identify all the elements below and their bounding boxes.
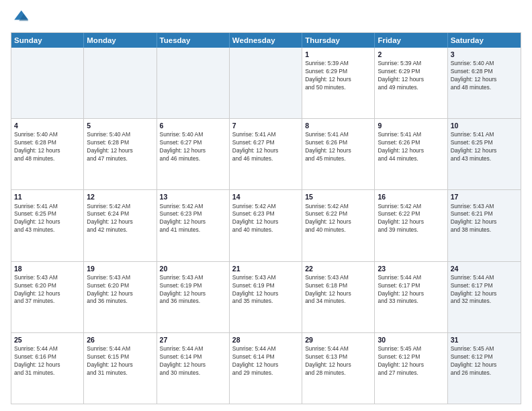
day-number: 28 [232, 335, 299, 345]
calendar-cell-1: 1Sunrise: 5:39 AM Sunset: 6:29 PM Daylig… [302, 48, 375, 118]
page: SundayMondayTuesdayWednesdayThursdayFrid… [0, 0, 532, 411]
calendar-cell-16: 16Sunrise: 5:42 AM Sunset: 6:22 PM Dayli… [375, 190, 447, 261]
day-info: Sunrise: 5:43 AM Sunset: 6:19 PM Dayligh… [160, 274, 226, 306]
day-number: 15 [305, 192, 371, 201]
calendar-cell-2: 2Sunrise: 5:39 AM Sunset: 6:29 PM Daylig… [375, 48, 447, 118]
day-info: Sunrise: 5:40 AM Sunset: 6:28 PM Dayligh… [451, 60, 518, 92]
calendar-cell-3: 3Sunrise: 5:40 AM Sunset: 6:28 PM Daylig… [448, 48, 521, 118]
day-info: Sunrise: 5:44 AM Sunset: 6:14 PM Dayligh… [160, 345, 226, 377]
day-info: Sunrise: 5:43 AM Sunset: 6:20 PM Dayligh… [14, 274, 81, 306]
day-number: 22 [305, 264, 371, 273]
day-number: 9 [378, 121, 444, 130]
day-number: 6 [160, 121, 226, 130]
calendar-cell-31: 31Sunrise: 5:45 AM Sunset: 6:12 PM Dayli… [448, 333, 521, 404]
day-info: Sunrise: 5:40 AM Sunset: 6:28 PM Dayligh… [87, 131, 153, 163]
day-number: 1 [305, 50, 371, 59]
calendar-cell-10: 10Sunrise: 5:41 AM Sunset: 6:25 PM Dayli… [448, 119, 521, 189]
day-number: 2 [378, 50, 444, 59]
day-info: Sunrise: 5:43 AM Sunset: 6:19 PM Dayligh… [232, 274, 299, 306]
calendar-cell-4: 4Sunrise: 5:40 AM Sunset: 6:28 PM Daylig… [11, 119, 84, 189]
day-number: 24 [451, 264, 518, 273]
calendar-row-3: 11Sunrise: 5:41 AM Sunset: 6:25 PM Dayli… [11, 189, 521, 261]
calendar-cell-17: 17Sunrise: 5:43 AM Sunset: 6:21 PM Dayli… [448, 190, 521, 261]
day-number: 23 [378, 264, 444, 273]
calendar-cell-20: 20Sunrise: 5:43 AM Sunset: 6:19 PM Dayli… [157, 262, 230, 332]
calendar-cell-29: 29Sunrise: 5:44 AM Sunset: 6:13 PM Dayli… [302, 333, 375, 404]
day-info: Sunrise: 5:42 AM Sunset: 6:23 PM Dayligh… [160, 203, 226, 235]
day-number: 14 [232, 192, 299, 201]
calendar-cell-28: 28Sunrise: 5:44 AM Sunset: 6:14 PM Dayli… [230, 333, 302, 404]
day-number: 16 [378, 192, 444, 201]
header-day-monday: Monday [84, 33, 157, 48]
calendar-cell-18: 18Sunrise: 5:43 AM Sunset: 6:20 PM Dayli… [11, 262, 84, 332]
day-info: Sunrise: 5:44 AM Sunset: 6:14 PM Dayligh… [232, 345, 299, 377]
calendar-body: 1Sunrise: 5:39 AM Sunset: 6:29 PM Daylig… [11, 48, 521, 404]
day-number: 27 [160, 335, 226, 345]
day-info: Sunrise: 5:41 AM Sunset: 6:27 PM Dayligh… [232, 131, 299, 163]
logo-icon [11, 8, 30, 27]
calendar-cell-23: 23Sunrise: 5:44 AM Sunset: 6:17 PM Dayli… [375, 262, 447, 332]
header-day-friday: Friday [375, 33, 447, 48]
day-number: 21 [232, 264, 299, 273]
day-info: Sunrise: 5:44 AM Sunset: 6:16 PM Dayligh… [14, 345, 81, 377]
day-info: Sunrise: 5:41 AM Sunset: 6:26 PM Dayligh… [378, 131, 444, 163]
day-number: 3 [451, 50, 518, 59]
calendar-row-4: 18Sunrise: 5:43 AM Sunset: 6:20 PM Dayli… [11, 261, 521, 332]
day-info: Sunrise: 5:42 AM Sunset: 6:22 PM Dayligh… [305, 203, 371, 235]
day-info: Sunrise: 5:42 AM Sunset: 6:22 PM Dayligh… [378, 203, 444, 235]
calendar-cell-24: 24Sunrise: 5:44 AM Sunset: 6:17 PM Dayli… [448, 262, 521, 332]
day-number: 5 [87, 121, 153, 130]
header-day-tuesday: Tuesday [157, 33, 230, 48]
header [11, 8, 521, 27]
calendar-cell-26: 26Sunrise: 5:44 AM Sunset: 6:15 PM Dayli… [84, 333, 157, 404]
day-info: Sunrise: 5:43 AM Sunset: 6:20 PM Dayligh… [87, 274, 153, 306]
day-number: 20 [160, 264, 226, 273]
day-info: Sunrise: 5:44 AM Sunset: 6:17 PM Dayligh… [378, 274, 444, 306]
header-day-saturday: Saturday [448, 33, 521, 48]
calendar-cell-27: 27Sunrise: 5:44 AM Sunset: 6:14 PM Dayli… [157, 333, 230, 404]
calendar-cell-11: 11Sunrise: 5:41 AM Sunset: 6:25 PM Dayli… [11, 190, 84, 261]
calendar-cell-15: 15Sunrise: 5:42 AM Sunset: 6:22 PM Dayli… [302, 190, 375, 261]
day-number: 4 [14, 121, 81, 130]
calendar-cell-7: 7Sunrise: 5:41 AM Sunset: 6:27 PM Daylig… [230, 119, 302, 189]
calendar-cell-8: 8Sunrise: 5:41 AM Sunset: 6:26 PM Daylig… [302, 119, 375, 189]
header-day-thursday: Thursday [302, 33, 375, 48]
calendar-cell-19: 19Sunrise: 5:43 AM Sunset: 6:20 PM Dayli… [84, 262, 157, 332]
day-info: Sunrise: 5:41 AM Sunset: 6:25 PM Dayligh… [451, 131, 518, 163]
day-number: 31 [451, 335, 518, 345]
calendar-cell-5: 5Sunrise: 5:40 AM Sunset: 6:28 PM Daylig… [84, 119, 157, 189]
day-info: Sunrise: 5:43 AM Sunset: 6:21 PM Dayligh… [451, 203, 518, 235]
day-number: 18 [14, 264, 81, 273]
calendar-cell-12: 12Sunrise: 5:42 AM Sunset: 6:24 PM Dayli… [84, 190, 157, 261]
calendar-cell-13: 13Sunrise: 5:42 AM Sunset: 6:23 PM Dayli… [157, 190, 230, 261]
day-number: 26 [87, 335, 153, 345]
calendar-cell-empty [11, 48, 84, 118]
calendar-cell-30: 30Sunrise: 5:45 AM Sunset: 6:12 PM Dayli… [375, 333, 447, 404]
calendar-cell-empty [230, 48, 302, 118]
day-info: Sunrise: 5:42 AM Sunset: 6:24 PM Dayligh… [87, 203, 153, 235]
calendar-cell-14: 14Sunrise: 5:42 AM Sunset: 6:23 PM Dayli… [230, 190, 302, 261]
calendar-row-1: 1Sunrise: 5:39 AM Sunset: 6:29 PM Daylig… [11, 48, 521, 118]
calendar-header: SundayMondayTuesdayWednesdayThursdayFrid… [11, 33, 521, 48]
day-info: Sunrise: 5:43 AM Sunset: 6:18 PM Dayligh… [305, 274, 371, 306]
header-day-sunday: Sunday [11, 33, 84, 48]
day-number: 29 [305, 335, 371, 345]
calendar-cell-empty [84, 48, 157, 118]
day-number: 25 [14, 335, 81, 345]
calendar: SundayMondayTuesdayWednesdayThursdayFrid… [11, 32, 521, 404]
day-number: 19 [87, 264, 153, 273]
logo [11, 8, 32, 27]
header-day-wednesday: Wednesday [230, 33, 302, 48]
day-number: 30 [378, 335, 444, 345]
day-info: Sunrise: 5:44 AM Sunset: 6:13 PM Dayligh… [305, 345, 371, 377]
day-number: 10 [451, 121, 518, 130]
day-info: Sunrise: 5:40 AM Sunset: 6:27 PM Dayligh… [160, 131, 226, 163]
day-info: Sunrise: 5:41 AM Sunset: 6:25 PM Dayligh… [14, 203, 81, 235]
day-number: 7 [232, 121, 299, 130]
day-number: 12 [87, 192, 153, 201]
calendar-cell-empty [157, 48, 230, 118]
calendar-row-5: 25Sunrise: 5:44 AM Sunset: 6:16 PM Dayli… [11, 332, 521, 404]
day-info: Sunrise: 5:42 AM Sunset: 6:23 PM Dayligh… [232, 203, 299, 235]
day-info: Sunrise: 5:44 AM Sunset: 6:17 PM Dayligh… [451, 274, 518, 306]
day-info: Sunrise: 5:40 AM Sunset: 6:28 PM Dayligh… [14, 131, 81, 163]
